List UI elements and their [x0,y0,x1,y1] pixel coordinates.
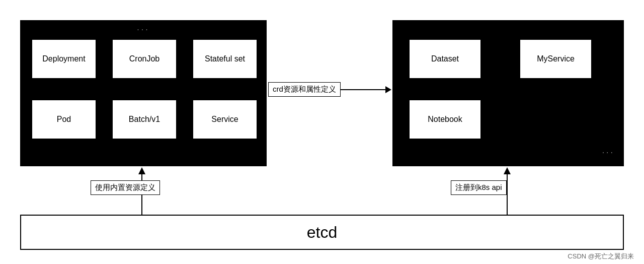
box-pod: Pod [31,99,97,140]
diagram-canvas: ··· Deployment CronJob Stateful set Pod … [0,0,644,264]
crd-arrow-group: crd资源和属性定义 [268,82,341,97]
statefulset-label: Stateful set [205,54,245,63]
crd-label-text: crd资源和属性定义 [273,85,336,93]
etcd-box: etcd [20,215,624,250]
crd-label: crd资源和属性定义 [268,82,341,97]
arrow-up-head [138,167,145,174]
notebook-label: Notebook [428,115,462,124]
register-label: 注册到k8s api [451,180,507,195]
batch-label: Batch/v1 [129,115,160,124]
crd-arrow-head [385,86,391,93]
box-myservice: MyService [519,39,592,79]
left-container: ··· Deployment CronJob Stateful set Pod … [20,20,267,166]
box-batch: Batch/v1 [112,99,177,140]
myservice-label: MyService [537,54,575,63]
dots-right: ··· [602,148,615,157]
builtin-label: 使用内置资源定义 [91,180,160,195]
deployment-label: Deployment [42,54,85,63]
box-service: Service [192,99,258,140]
box-statefulset: Stateful set [192,39,258,79]
builtin-label-text: 使用内置资源定义 [95,183,155,191]
watermark: CSDN @死亡之翼归来 [568,252,634,261]
pod-label: Pod [57,115,71,124]
box-dataset: Dataset [409,39,481,79]
watermark-text: CSDN @死亡之翼归来 [568,252,634,260]
service-label: Service [211,115,238,124]
box-deployment: Deployment [31,39,97,79]
cronjob-label: CronJob [129,54,159,63]
arrow-up-head-right [504,167,511,174]
right-container: ··· Dataset MyService Notebook [392,20,624,166]
register-label-text: 注册到k8s api [455,183,502,191]
dataset-label: Dataset [431,54,459,63]
dots-left: ··· [137,25,149,34]
etcd-label: etcd [307,223,337,242]
box-cronjob: CronJob [112,39,177,79]
box-notebook: Notebook [409,99,481,140]
